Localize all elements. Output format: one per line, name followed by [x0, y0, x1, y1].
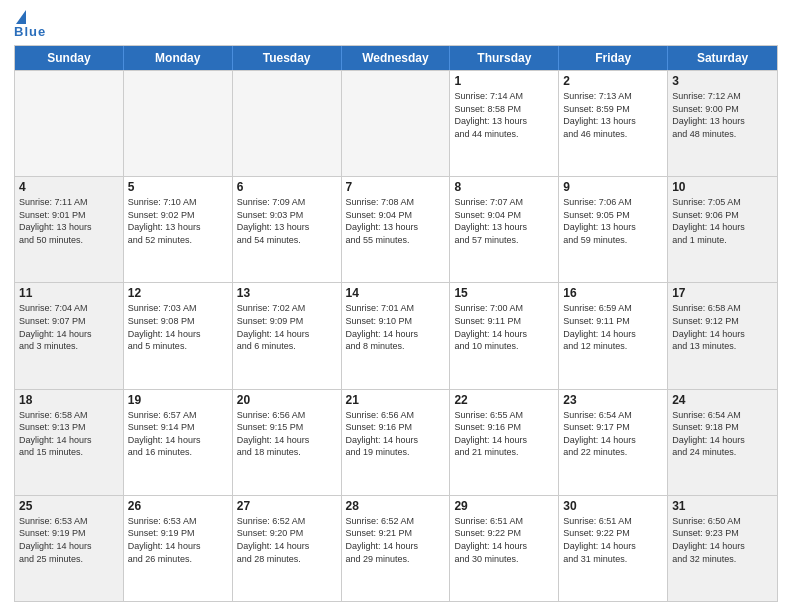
- day-number: 19: [128, 393, 228, 407]
- day-number: 17: [672, 286, 773, 300]
- cell-info-line: and 26 minutes.: [128, 553, 228, 566]
- calendar-cell: 4Sunrise: 7:11 AMSunset: 9:01 PMDaylight…: [15, 177, 124, 282]
- cell-info-line: Sunset: 9:15 PM: [237, 421, 337, 434]
- cell-info-line: Sunset: 8:58 PM: [454, 103, 554, 116]
- cell-info-line: and 50 minutes.: [19, 234, 119, 247]
- cell-info-line: Sunrise: 6:53 AM: [19, 515, 119, 528]
- day-number: 24: [672, 393, 773, 407]
- cell-info-line: and 48 minutes.: [672, 128, 773, 141]
- calendar-header-cell: Wednesday: [342, 46, 451, 70]
- cell-info-line: Sunrise: 7:03 AM: [128, 302, 228, 315]
- cell-info-line: and 6 minutes.: [237, 340, 337, 353]
- cell-info-line: Sunrise: 6:52 AM: [346, 515, 446, 528]
- cell-info-line: Daylight: 14 hours: [563, 540, 663, 553]
- day-number: 9: [563, 180, 663, 194]
- cell-info-line: Daylight: 14 hours: [672, 540, 773, 553]
- calendar-row: 1Sunrise: 7:14 AMSunset: 8:58 PMDaylight…: [15, 70, 777, 176]
- cell-info-line: Sunrise: 7:07 AM: [454, 196, 554, 209]
- cell-info-line: Daylight: 13 hours: [128, 221, 228, 234]
- day-number: 3: [672, 74, 773, 88]
- cell-info-line: and 12 minutes.: [563, 340, 663, 353]
- day-number: 29: [454, 499, 554, 513]
- cell-info-line: and 57 minutes.: [454, 234, 554, 247]
- cell-info-line: Daylight: 14 hours: [672, 328, 773, 341]
- calendar-cell: [15, 71, 124, 176]
- cell-info-line: and 46 minutes.: [563, 128, 663, 141]
- cell-info-line: and 22 minutes.: [563, 446, 663, 459]
- cell-info-line: Daylight: 14 hours: [128, 328, 228, 341]
- calendar-cell: 9Sunrise: 7:06 AMSunset: 9:05 PMDaylight…: [559, 177, 668, 282]
- cell-info-line: Sunrise: 7:08 AM: [346, 196, 446, 209]
- cell-info-line: and 55 minutes.: [346, 234, 446, 247]
- cell-info-line: and 15 minutes.: [19, 446, 119, 459]
- cell-info-line: Sunset: 9:09 PM: [237, 315, 337, 328]
- day-number: 10: [672, 180, 773, 194]
- day-number: 23: [563, 393, 663, 407]
- cell-info-line: and 54 minutes.: [237, 234, 337, 247]
- cell-info-line: Sunrise: 6:56 AM: [346, 409, 446, 422]
- calendar-cell: 20Sunrise: 6:56 AMSunset: 9:15 PMDayligh…: [233, 390, 342, 495]
- cell-info-line: Sunrise: 7:00 AM: [454, 302, 554, 315]
- cell-info-line: and 10 minutes.: [454, 340, 554, 353]
- cell-info-line: Daylight: 14 hours: [672, 221, 773, 234]
- cell-info-line: and 31 minutes.: [563, 553, 663, 566]
- day-number: 25: [19, 499, 119, 513]
- cell-info-line: Daylight: 14 hours: [19, 434, 119, 447]
- cell-info-line: and 5 minutes.: [128, 340, 228, 353]
- cell-info-line: Sunrise: 6:50 AM: [672, 515, 773, 528]
- day-number: 18: [19, 393, 119, 407]
- cell-info-line: Sunset: 9:06 PM: [672, 209, 773, 222]
- cell-info-line: Sunrise: 7:02 AM: [237, 302, 337, 315]
- cell-info-line: Daylight: 14 hours: [237, 328, 337, 341]
- cell-info-line: Sunset: 9:22 PM: [563, 527, 663, 540]
- cell-info-line: Sunset: 9:10 PM: [346, 315, 446, 328]
- day-number: 5: [128, 180, 228, 194]
- cell-info-line: Daylight: 13 hours: [563, 221, 663, 234]
- calendar-cell: 21Sunrise: 6:56 AMSunset: 9:16 PMDayligh…: [342, 390, 451, 495]
- cell-info-line: Daylight: 13 hours: [454, 221, 554, 234]
- day-number: 12: [128, 286, 228, 300]
- cell-info-line: Sunrise: 6:51 AM: [563, 515, 663, 528]
- logo: Blue: [14, 10, 46, 39]
- cell-info-line: Sunrise: 7:06 AM: [563, 196, 663, 209]
- calendar-cell: 14Sunrise: 7:01 AMSunset: 9:10 PMDayligh…: [342, 283, 451, 388]
- page: Blue SundayMondayTuesdayWednesdayThursda…: [0, 0, 792, 612]
- cell-info-line: Sunset: 9:21 PM: [346, 527, 446, 540]
- cell-info-line: Sunset: 9:07 PM: [19, 315, 119, 328]
- cell-info-line: and 1 minute.: [672, 234, 773, 247]
- cell-info-line: Sunset: 9:02 PM: [128, 209, 228, 222]
- cell-info-line: and 24 minutes.: [672, 446, 773, 459]
- day-number: 22: [454, 393, 554, 407]
- calendar-cell: [233, 71, 342, 176]
- day-number: 8: [454, 180, 554, 194]
- calendar-cell: 2Sunrise: 7:13 AMSunset: 8:59 PMDaylight…: [559, 71, 668, 176]
- cell-info-line: Sunset: 9:13 PM: [19, 421, 119, 434]
- calendar: SundayMondayTuesdayWednesdayThursdayFrid…: [14, 45, 778, 602]
- cell-info-line: Daylight: 14 hours: [672, 434, 773, 447]
- cell-info-line: Daylight: 13 hours: [19, 221, 119, 234]
- calendar-cell: 5Sunrise: 7:10 AMSunset: 9:02 PMDaylight…: [124, 177, 233, 282]
- cell-info-line: Daylight: 14 hours: [128, 434, 228, 447]
- cell-info-line: Sunrise: 6:58 AM: [19, 409, 119, 422]
- cell-info-line: and 19 minutes.: [346, 446, 446, 459]
- calendar-cell: 18Sunrise: 6:58 AMSunset: 9:13 PMDayligh…: [15, 390, 124, 495]
- cell-info-line: Sunrise: 7:05 AM: [672, 196, 773, 209]
- cell-info-line: Sunrise: 6:55 AM: [454, 409, 554, 422]
- cell-info-line: Daylight: 13 hours: [563, 115, 663, 128]
- cell-info-line: Daylight: 14 hours: [346, 540, 446, 553]
- cell-info-line: Sunset: 9:11 PM: [454, 315, 554, 328]
- cell-info-line: and 21 minutes.: [454, 446, 554, 459]
- header: Blue: [14, 10, 778, 39]
- day-number: 28: [346, 499, 446, 513]
- day-number: 11: [19, 286, 119, 300]
- cell-info-line: Sunset: 9:11 PM: [563, 315, 663, 328]
- calendar-cell: 19Sunrise: 6:57 AMSunset: 9:14 PMDayligh…: [124, 390, 233, 495]
- day-number: 7: [346, 180, 446, 194]
- cell-info-line: Sunrise: 6:51 AM: [454, 515, 554, 528]
- cell-info-line: Sunrise: 6:58 AM: [672, 302, 773, 315]
- day-number: 6: [237, 180, 337, 194]
- cell-info-line: Sunrise: 7:13 AM: [563, 90, 663, 103]
- calendar-cell: 3Sunrise: 7:12 AMSunset: 9:00 PMDaylight…: [668, 71, 777, 176]
- day-number: 26: [128, 499, 228, 513]
- calendar-cell: 28Sunrise: 6:52 AMSunset: 9:21 PMDayligh…: [342, 496, 451, 601]
